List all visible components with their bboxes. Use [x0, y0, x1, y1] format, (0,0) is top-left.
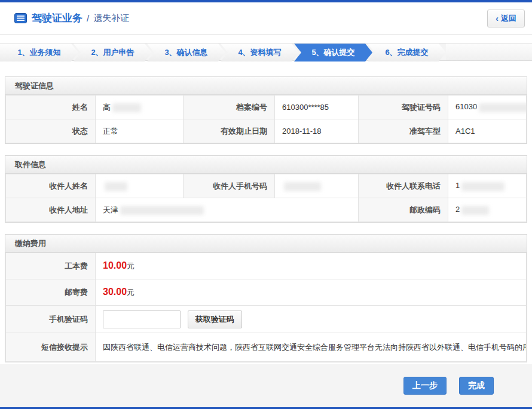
mailing-fee-value: 30.00元 — [96, 279, 527, 306]
table-row: 工本费 10.00元 — [6, 253, 527, 279]
page: 驾驶证业务 / 遗失补证 ‹ 返回 1、业务须知 2、用户申告 3、确认信息 4… — [0, 0, 532, 409]
redaction-blur — [284, 182, 321, 191]
header: 驾驶证业务 / 遗失补证 ‹ 返回 — [0, 2, 532, 35]
page-title: 驾驶证业务 — [32, 11, 82, 25]
sms-code-input[interactable] — [103, 310, 181, 328]
license-info-section: 驾驶证信息 姓名 高 档案编号 610300****85 驾驶证号码 61030… — [5, 76, 527, 144]
sms-tip-label: 短信接收提示 — [6, 333, 96, 362]
license-no-value: 61030 — [448, 96, 527, 119]
table-row: 短信接收提示 因陕西省联通、电信运营商技术问题，陕西省互联网交通安全综合服务管理… — [6, 333, 527, 362]
back-button[interactable]: ‹ 返回 — [487, 10, 525, 27]
production-fee-amount: 10.00 — [103, 260, 127, 270]
back-chevron-icon: ‹ — [496, 14, 499, 23]
step-2-user-declaration: 2、用户申告 — [74, 44, 152, 61]
step-5-confirm-submit-active: 5、确认提交 — [294, 44, 372, 61]
fee-unit: 元 — [127, 288, 134, 297]
valid-until-value: 2018-11-18 — [275, 119, 359, 143]
previous-step-button[interactable]: 上一步 — [403, 377, 447, 395]
recipient-address-label: 收件人地址 — [6, 198, 96, 222]
mailing-fee-amount: 30.00 — [103, 287, 127, 297]
vehicle-class-label: 准驾车型 — [359, 119, 448, 143]
mailing-fee-label: 邮寄费 — [6, 279, 96, 306]
redaction-blur — [112, 103, 141, 112]
production-fee-label: 工本费 — [6, 253, 96, 279]
footer-action-bar: 上一步 完成 — [0, 364, 532, 407]
license-menu-icon — [14, 13, 27, 23]
table-row: 收件人地址 天津 邮政编码 2 — [6, 198, 527, 222]
page-subtitle: 遗失补证 — [93, 13, 129, 24]
postal-code-value: 2 — [448, 198, 527, 222]
table-row: 状态 正常 有效期止日期 2018-11-18 准驾车型 A1C1 — [6, 119, 527, 143]
redaction-blur — [461, 182, 505, 191]
step-bar-filler — [446, 44, 532, 60]
get-sms-code-button[interactable]: 获取验证码 — [188, 310, 242, 328]
step-6-finish-submit: 6、完成提交 — [368, 44, 446, 61]
table-row: 收件人姓名 收件人手机号码 收件人联系电话 1 — [6, 174, 527, 198]
step-1-business-notice: 1、业务须知 — [0, 44, 78, 61]
sms-code-cell: 获取验证码 — [96, 306, 527, 333]
step-4-fill-data: 4、资料填写 — [221, 44, 299, 61]
redaction-blur — [105, 182, 127, 191]
redaction-blur — [120, 206, 204, 215]
recipient-phone-value: 1 — [448, 174, 527, 198]
main-content: 驾驶证信息 姓名 高 档案编号 610300****85 驾驶证号码 61030… — [0, 61, 532, 362]
step-3-confirm-info: 3、确认信息 — [147, 44, 225, 61]
production-fee-value: 10.00元 — [96, 253, 527, 279]
table-row: 邮寄费 30.00元 — [6, 279, 527, 306]
valid-until-label: 有效期止日期 — [184, 119, 275, 143]
finish-button[interactable]: 完成 — [459, 377, 494, 395]
recipient-phone-label: 收件人联系电话 — [359, 174, 448, 198]
fee-unit: 元 — [127, 262, 134, 270]
status-value: 正常 — [96, 119, 184, 143]
recipient-name-value — [96, 174, 184, 198]
license-info-table: 姓名 高 档案编号 610300****85 驾驶证号码 61030 状态 正常… — [5, 95, 527, 143]
pickup-section-title: 取件信息 — [5, 156, 527, 174]
license-no-label: 驾驶证号码 — [359, 96, 448, 119]
breadcrumb-divider: / — [87, 13, 89, 23]
sms-tip-text: 因陕西省联通、电信运营商技术问题，陕西省互联网交通安全综合服务管理平台无法向持陕… — [96, 333, 527, 362]
fees-table: 工本费 10.00元 邮寄费 30.00元 手机验证码 获取验证码 — [5, 253, 527, 362]
redaction-blur — [479, 103, 526, 112]
name-label: 姓名 — [6, 96, 96, 119]
recipient-mobile-value — [275, 174, 359, 198]
step-wizard: 1、业务须知 2、用户申告 3、确认信息 4、资料填写 5、确认提交 6、完成提… — [0, 43, 532, 61]
table-row: 手机验证码 获取验证码 — [6, 306, 527, 333]
fees-section: 缴纳费用 工本费 10.00元 邮寄费 30.00元 手机验证码 — [5, 234, 527, 362]
sms-code-label: 手机验证码 — [6, 306, 96, 333]
recipient-mobile-label: 收件人手机号码 — [184, 174, 275, 198]
vehicle-class-value: A1C1 — [448, 119, 527, 143]
redaction-blur — [461, 206, 489, 215]
postal-code-label: 邮政编码 — [359, 198, 448, 222]
license-section-title: 驾驶证信息 — [5, 77, 527, 95]
recipient-address-value: 天津 — [96, 198, 359, 222]
name-value: 高 — [96, 96, 184, 119]
file-no-label: 档案编号 — [184, 96, 275, 119]
back-button-label: 返回 — [501, 13, 516, 24]
status-label: 状态 — [6, 119, 96, 143]
fees-section-title: 缴纳费用 — [5, 235, 527, 253]
pickup-info-table: 收件人姓名 收件人手机号码 收件人联系电话 1 收件人地址 天津 邮政编码 2 — [5, 174, 527, 222]
recipient-name-label: 收件人姓名 — [6, 174, 96, 198]
pickup-info-section: 取件信息 收件人姓名 收件人手机号码 收件人联系电话 1 收件人地址 天津 邮政… — [5, 155, 527, 223]
table-row: 姓名 高 档案编号 610300****85 驾驶证号码 61030 — [6, 96, 527, 119]
file-no-value: 610300****85 — [275, 96, 359, 119]
